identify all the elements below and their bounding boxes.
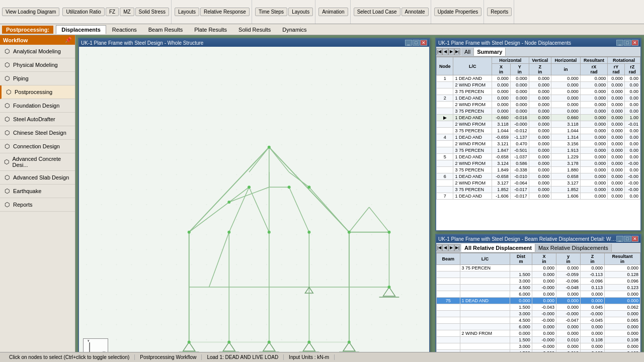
sidebar-item-physical-modeling[interactable]: ⬡ Physical Modeling xyxy=(0,58,75,72)
table-row: ▶ 1 DEAD AND -0.660 -0.016 0.000 0.660 0… xyxy=(437,115,640,121)
animation-button[interactable]: Animation xyxy=(318,8,348,16)
sidebar-item-reports[interactable]: ⬡ Reports xyxy=(0,198,75,212)
cell-y: -0.048 xyxy=(556,285,580,291)
nav-last-button[interactable]: ▶| xyxy=(454,48,460,55)
cell-rx: 0.000 xyxy=(580,82,607,88)
cell-node xyxy=(437,108,453,115)
close-button[interactable]: ✕ xyxy=(420,40,427,46)
toolbar-section-layouts: Layouts Relative Response xyxy=(173,0,252,24)
cell-res: 0.108 xyxy=(605,337,640,343)
sidebar-item-postprocessing[interactable]: ⬡ Postprocessing xyxy=(0,85,75,99)
nav-first-button[interactable]: |◀ xyxy=(436,48,442,55)
cell-x: 1.044 xyxy=(492,128,510,134)
beam-displacement-window: UK-1 Plane Frame with Steel Design - Bea… xyxy=(435,234,641,362)
tab-all[interactable]: All xyxy=(461,48,474,56)
cell-rz: 0.00 xyxy=(624,82,640,88)
col-y: Yin xyxy=(510,64,529,75)
cell-z: 0.113 xyxy=(580,285,604,291)
tab-summary[interactable]: Summary xyxy=(474,48,506,56)
svg-point-60 xyxy=(307,186,310,189)
nd-minimize-button[interactable]: _ xyxy=(616,40,623,46)
tab-displacements[interactable]: Displacements xyxy=(56,25,106,34)
minimize-button[interactable]: _ xyxy=(405,40,412,46)
sidebar-item-foundation-design[interactable]: ⬡ Foundation Design xyxy=(0,99,75,113)
viewport-content[interactable]: X Y Load 1 - Displacement xyxy=(79,47,429,362)
tab-solid-results[interactable]: Solid Results xyxy=(233,25,276,34)
sidebar-item-earthquake[interactable]: ⬡ Earthquake xyxy=(0,185,75,198)
time-steps-button[interactable]: Time Steps xyxy=(255,8,287,16)
table-row: 1.500 0.000 -0.059 -0.113 0.128 xyxy=(437,272,640,278)
nd-close-button[interactable]: ✕ xyxy=(631,40,638,46)
sidebar-item-advanced-slab[interactable]: ⬡ Advanced Slab Design xyxy=(0,171,75,185)
tab-beam-results[interactable]: Beam Results xyxy=(143,25,188,34)
cell-rz: 0.00 xyxy=(624,154,640,160)
view-loading-diagram-button[interactable]: View Loading Diagram xyxy=(2,8,59,16)
tab-plate-results[interactable]: Plate Results xyxy=(189,25,232,34)
fz-button[interactable]: FZ xyxy=(106,8,119,16)
layouts-button[interactable]: Layouts xyxy=(175,8,199,16)
cell-rz: 0.00 xyxy=(624,147,640,154)
sidebar-item-piping[interactable]: ⬡ Piping xyxy=(0,72,75,85)
table-row: 3.000 -0.000 -0.000 -0.000 0.000 xyxy=(437,311,640,317)
sidebar-item-chinese-steel-design[interactable]: ⬡ Chinese Steel Design xyxy=(0,126,75,140)
cell-y: -0.010 xyxy=(510,173,529,180)
node-disp-table-container[interactable]: Node L/C Horizontal Vertical Horizontal … xyxy=(436,57,640,225)
update-properties-button[interactable]: Update Properties xyxy=(434,8,482,16)
table-row: 2 WIND FROM 0.000 0.000 0.000 0.000 0.00… xyxy=(437,82,640,88)
bd-minimize-button[interactable]: _ xyxy=(616,236,623,242)
sidebar-item-connection-design[interactable]: ⬡ Connection Design xyxy=(0,140,75,153)
beam-disp-table-container[interactable]: Beam L/C Distm Xin yin Zin Resultantin 3… xyxy=(436,253,640,356)
sidebar-item-advanced-concrete[interactable]: ⬡ Advanced Concrete Desi... xyxy=(0,153,75,171)
nd-maximize-button[interactable]: □ xyxy=(624,40,631,46)
bd-nav-next-button[interactable]: ▶ xyxy=(448,244,454,251)
node-displacements-title-bar: UK-1 Plane Frame with Steel Design - Nod… xyxy=(436,39,640,47)
cell-lc xyxy=(460,285,510,291)
cell-rz: -0.00 xyxy=(624,160,640,167)
bd-close-button[interactable]: ✕ xyxy=(631,236,638,242)
bd-maximize-button[interactable]: □ xyxy=(624,236,631,242)
relative-response-button[interactable]: Relative Response xyxy=(200,8,250,16)
utilization-ratio-button[interactable]: Utilization Ratio xyxy=(62,8,104,16)
reports-button[interactable]: Reports xyxy=(487,8,512,16)
annotate-button[interactable]: Annotate xyxy=(401,8,429,16)
tab-max-relative[interactable]: Max Relative Displacements xyxy=(535,244,612,252)
cell-y: 0.470 xyxy=(510,141,529,147)
table-row: 2 WIND FROM 0.000 0.000 0.000 0.000 0.00… xyxy=(437,102,640,108)
nav-prev-button[interactable]: ◀ xyxy=(442,48,448,55)
cell-rz: 0.00 xyxy=(624,167,640,173)
cell-node xyxy=(437,147,453,154)
svg-point-55 xyxy=(348,231,351,234)
cell-res: 0.065 xyxy=(605,317,640,324)
cell-z: 0.000 xyxy=(529,102,551,108)
cell-lc: 2 WIND FROM xyxy=(453,82,492,88)
tab-all-relative[interactable]: All Relative Displacement xyxy=(461,244,535,252)
bd-nav-first-button[interactable]: |◀ xyxy=(436,244,442,251)
solid-stress-button[interactable]: Solid Stress xyxy=(135,8,169,16)
cell-z: 0.000 xyxy=(529,75,551,82)
select-load-case-button[interactable]: Select Load Case xyxy=(354,8,400,16)
cell-rx: 0.000 xyxy=(580,88,607,95)
bd-nav-last-button[interactable]: ▶| xyxy=(454,244,460,251)
sidebar-item-analytical-modeling[interactable]: ⬡ Analytical Modeling xyxy=(0,45,75,58)
cell-rx: 0.000 xyxy=(580,154,607,160)
bd-nav-prev-button[interactable]: ◀ xyxy=(442,244,448,251)
toolbar-section-select: Select Load Case Annotate xyxy=(352,0,431,24)
table-row: 2 1 DEAD AND 0.000 0.000 0.000 0.000 0.0… xyxy=(437,95,640,102)
cell-rz: 1.00 xyxy=(624,115,640,121)
maximize-button[interactable]: □ xyxy=(413,40,420,46)
cell-x: 0.000 xyxy=(532,324,556,330)
tab-reactions[interactable]: Reactions xyxy=(107,25,142,34)
cell-rx: 0.000 xyxy=(580,160,607,167)
col-horizontal2-header: Horizontal xyxy=(551,57,580,64)
layouts2-button[interactable]: Layouts xyxy=(288,8,313,16)
sidebar-item-steel-autodrafter[interactable]: ⬡ Steel AutoDrafter xyxy=(0,113,75,126)
mz-button[interactable]: MZ xyxy=(120,8,134,16)
svg-point-61 xyxy=(387,231,390,234)
cell-ry: 0.000 xyxy=(608,134,624,141)
cell-z: 0.000 xyxy=(580,324,604,330)
cell-res: 0.000 xyxy=(551,108,580,115)
cell-x: 0.000 xyxy=(492,95,510,102)
tab-dynamics[interactable]: Dynamics xyxy=(277,25,312,34)
nav-next-button[interactable]: ▶ xyxy=(448,48,454,55)
svg-point-62 xyxy=(387,286,390,289)
